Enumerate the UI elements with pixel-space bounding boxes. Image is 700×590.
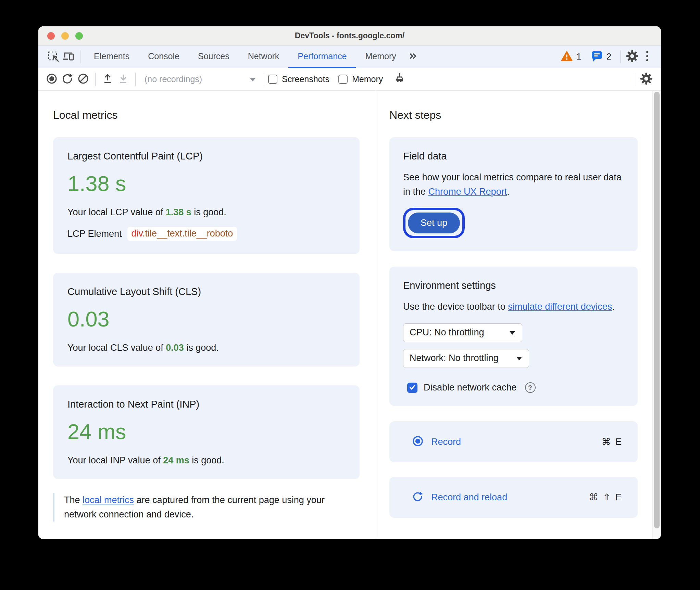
- environment-text-prefix: Use the device toolbar to: [403, 302, 508, 312]
- record-icon: [412, 435, 424, 448]
- screenshots-label: Screenshots: [282, 74, 329, 84]
- inp-card-title: Interaction to Next Paint (INP): [67, 398, 345, 410]
- setup-button-focus-ring: Set up: [403, 208, 465, 238]
- clear-button[interactable]: [75, 72, 91, 87]
- disable-cache-label: Disable network cache: [424, 382, 517, 393]
- record-action-label[interactable]: Record: [431, 437, 461, 447]
- tab-performance[interactable]: Performance: [288, 46, 356, 68]
- cpu-throttling-value: CPU: No throttling: [410, 327, 484, 338]
- simulate-devices-link[interactable]: simulate different devices: [508, 302, 612, 312]
- collect-garbage-button[interactable]: [392, 72, 408, 87]
- lcp-element-label: LCP Element: [67, 229, 122, 239]
- environment-settings-title: Environment settings: [403, 280, 624, 291]
- tab-sources[interactable]: Sources: [189, 46, 239, 68]
- lcp-desc-suffix: is good.: [191, 207, 226, 217]
- inp-desc-prefix: Your local INP value of: [67, 455, 163, 465]
- record-and-reload-shortcut: ⌘ ⇧ E: [589, 492, 623, 503]
- more-options-button[interactable]: [640, 49, 655, 64]
- tab-network[interactable]: Network: [239, 46, 289, 68]
- inp-card: Interaction to Next Paint (INP) 24 ms Yo…: [53, 385, 360, 479]
- lcp-element-classes: .tile__text.tile__roboto: [142, 228, 233, 239]
- local-metrics-heading: Local metrics: [53, 108, 360, 121]
- record-and-reload-action-row[interactable]: Record and reload ⌘ ⇧ E: [389, 477, 638, 518]
- tab-memory[interactable]: Memory: [356, 46, 405, 68]
- local-metrics-link[interactable]: local metrics: [83, 495, 134, 505]
- separator: [264, 73, 264, 86]
- issues-indicator[interactable]: 2: [591, 50, 611, 63]
- separator: [634, 73, 634, 86]
- chrome-ux-report-link[interactable]: Chrome UX Report: [428, 187, 507, 197]
- network-throttling-value: Network: No throttling: [410, 353, 499, 363]
- scrollbar-thumb[interactable]: [654, 92, 660, 528]
- screenshots-toggle[interactable]: Screenshots: [268, 74, 329, 84]
- upload-profile-button[interactable]: [100, 72, 115, 87]
- issues-count: 2: [607, 52, 611, 62]
- recordings-dropdown-value: (no recordings): [145, 74, 202, 84]
- record-shortcut: ⌘ E: [601, 436, 623, 447]
- lcp-element-node-link[interactable]: div.tile__text.tile__roboto: [127, 227, 237, 241]
- more-tabs-button[interactable]: [405, 49, 421, 64]
- download-icon: [117, 73, 129, 86]
- performance-toolbar: (no recordings) Screenshots Memory: [38, 68, 661, 91]
- cpu-throttling-select[interactable]: CPU: No throttling: [403, 323, 522, 342]
- memory-toggle[interactable]: Memory: [338, 74, 383, 84]
- inspect-element-button[interactable]: [46, 49, 61, 64]
- chevron-down-icon: [516, 353, 523, 363]
- lcp-description: Your local LCP value of 1.38 s is good.: [67, 206, 345, 218]
- gear-icon: [626, 50, 639, 64]
- close-window-button[interactable]: [47, 32, 55, 40]
- broom-icon: [393, 72, 406, 87]
- lcp-desc-prefix: Your local LCP value of: [67, 207, 166, 217]
- record-and-reload-action-label[interactable]: Record and reload: [431, 492, 507, 503]
- inp-value: 24 ms: [67, 420, 345, 444]
- tab-elements[interactable]: Elements: [85, 46, 139, 68]
- maximize-window-button[interactable]: [75, 32, 83, 40]
- tab-console[interactable]: Console: [139, 46, 189, 68]
- record-and-reload-button[interactable]: [60, 72, 75, 87]
- download-profile-button[interactable]: [115, 72, 131, 87]
- field-data-card: Field data See how your local metrics co…: [389, 137, 638, 251]
- disable-cache-checkbox[interactable]: [407, 383, 417, 393]
- toggle-device-toolbar-button[interactable]: [61, 49, 76, 64]
- record-action-row[interactable]: Record ⌘ E: [389, 421, 638, 462]
- chevron-down-icon: [249, 74, 256, 84]
- warnings-indicator[interactable]: 1: [561, 51, 581, 63]
- devtools-tab-bar: Elements Console Sources Network Perform…: [38, 46, 661, 68]
- separator: [135, 73, 136, 86]
- record-button[interactable]: [44, 72, 60, 87]
- device-toolbar-icon: [62, 49, 75, 64]
- local-metrics-panel: Local metrics Largest Contentful Paint (…: [38, 91, 376, 539]
- screenshots-checkbox[interactable]: [268, 75, 277, 84]
- environment-settings-card: Environment settings Use the device tool…: [389, 267, 638, 406]
- reload-icon: [412, 491, 424, 504]
- inp-description: Your local INP value of 24 ms is good.: [67, 454, 345, 466]
- vertical-scrollbar[interactable]: [652, 91, 661, 539]
- inp-desc-suffix: is good.: [189, 455, 224, 465]
- chevron-down-icon: [509, 327, 516, 338]
- network-throttling-select[interactable]: Network: No throttling: [403, 349, 529, 368]
- minimize-window-button[interactable]: [61, 32, 69, 40]
- chevron-double-right-icon: [408, 51, 418, 62]
- recordings-dropdown[interactable]: (no recordings): [140, 74, 260, 84]
- record-icon: [46, 73, 58, 86]
- memory-checkbox[interactable]: [338, 75, 348, 84]
- cls-desc-value: 0.03: [166, 343, 184, 353]
- inp-desc-value: 24 ms: [163, 455, 189, 465]
- capture-settings-button[interactable]: [638, 72, 654, 87]
- environment-text-suffix: .: [612, 302, 615, 312]
- lcp-card-title: Largest Contentful Paint (LCP): [67, 150, 345, 162]
- cls-desc-prefix: Your local CLS value of: [67, 343, 166, 353]
- cls-description: Your local CLS value of 0.03 is good.: [67, 342, 345, 354]
- separator: [95, 73, 96, 86]
- traffic-lights: [47, 26, 83, 45]
- performance-panel-content: Local metrics Largest Contentful Paint (…: [38, 91, 661, 539]
- lcp-desc-value: 1.38 s: [166, 207, 191, 217]
- set-up-button[interactable]: Set up: [408, 213, 460, 233]
- lcp-element-row: LCP Element div.tile__text.tile__roboto: [67, 227, 345, 241]
- separator: [80, 50, 80, 63]
- footnote-prefix: The: [64, 495, 83, 505]
- warning-icon: [561, 51, 573, 63]
- settings-button[interactable]: [625, 49, 640, 64]
- help-icon[interactable]: ?: [525, 382, 536, 393]
- local-metrics-footnote: The local metrics are captured from the …: [53, 493, 351, 522]
